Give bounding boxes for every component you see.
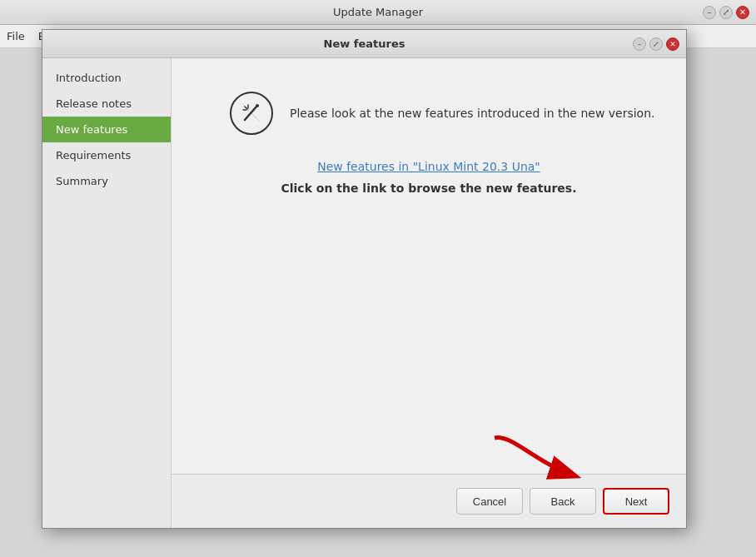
bottom-bar: Cancel Back Next — [172, 474, 686, 528]
menu-file[interactable]: File — [7, 30, 25, 42]
dialog-close-button[interactable]: ✕ — [666, 37, 679, 51]
svg-point-1 — [256, 104, 259, 107]
click-instruction: Click on the link to browse the new feat… — [281, 182, 577, 195]
outer-window-title: Update Manager — [333, 6, 423, 18]
sidebar-item-requirements[interactable]: Requirements — [42, 142, 171, 168]
cancel-button[interactable]: Cancel — [456, 488, 523, 515]
wand-icon — [230, 92, 273, 135]
sidebar-item-summary[interactable]: Summary — [42, 168, 171, 194]
next-button[interactable]: Next — [603, 488, 669, 515]
back-button[interactable]: Back — [530, 488, 596, 515]
dialog-maximize-button[interactable]: ⤢ — [649, 37, 663, 51]
feature-description: Please look at the new features introduc… — [290, 107, 655, 120]
outer-close-button[interactable]: ✕ — [736, 6, 749, 19]
outer-maximize-button[interactable]: ⤢ — [719, 6, 733, 19]
sidebar-item-introduction[interactable]: Introduction — [42, 65, 171, 91]
outer-minimize-button[interactable]: – — [703, 6, 716, 19]
sidebar: Introduction Release notes New features … — [42, 58, 172, 528]
sidebar-item-release-notes[interactable]: Release notes — [42, 91, 171, 117]
new-features-link[interactable]: New features in "Linux Mint 20.3 Una" — [317, 160, 540, 173]
dialog-minimize-button[interactable]: – — [633, 37, 646, 51]
sidebar-item-new-features[interactable]: New features — [42, 117, 171, 142]
dialog-title: New features — [324, 37, 405, 50]
